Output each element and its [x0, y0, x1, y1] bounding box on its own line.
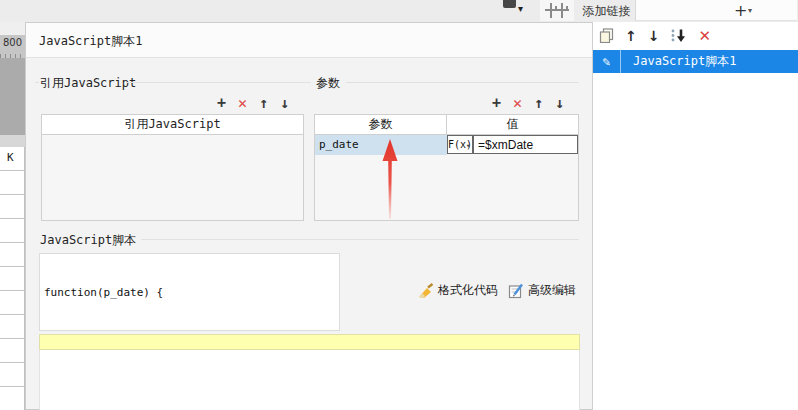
paint-dropdown-icon[interactable]: ▾: [518, 3, 523, 14]
script-group-label: JavaScript脚本: [40, 232, 136, 249]
ruler-label: 800: [3, 37, 22, 48]
horizontal-ruler: 800: [0, 35, 25, 58]
param-add-button[interactable]: +: [486, 93, 507, 113]
dialog-title: JavaScript脚本1: [39, 33, 142, 50]
param-group-label: 参数: [316, 75, 340, 92]
ref-js-group-label: 引用JavaScript: [40, 75, 136, 92]
param-toolbar: + ✕ ↑ ↓: [486, 93, 570, 113]
ref-add-button[interactable]: +: [211, 93, 232, 113]
tab-area-empty: + ▾: [635, 0, 797, 21]
advanced-edit-button[interactable]: 高级编辑: [508, 282, 576, 299]
param-value-input[interactable]: [473, 135, 578, 154]
add-tab-dropdown-icon[interactable]: ▾: [748, 6, 752, 15]
annotation-arrow-icon: [381, 139, 399, 221]
group-line: [346, 82, 579, 83]
designer-gap: [0, 22, 25, 35]
dialog-title-bar: JavaScript脚本1: [26, 23, 592, 58]
value-col-header: 值: [447, 115, 578, 134]
top-toolbar-strip: ▾ 添加链接 + ▾: [0, 0, 798, 23]
param-row[interactable]: p_date F(x)▾: [315, 135, 578, 155]
function-signature: function(p_date) {: [44, 286, 163, 299]
panel-move-up-button[interactable]: ↑: [625, 29, 637, 43]
cell-value: K: [7, 151, 14, 164]
formula-fx-button[interactable]: F(x)▾: [447, 135, 473, 154]
ruler-settings-icon[interactable]: [540, 0, 574, 21]
sort-icon[interactable]: [670, 28, 687, 43]
spreadsheet-cells[interactable]: K: [0, 147, 25, 410]
highlighted-code-line[interactable]: [39, 334, 580, 350]
panel-move-down-button[interactable]: ↓: [648, 29, 660, 43]
script-editor-area[interactable]: [39, 350, 580, 410]
ref-js-table[interactable]: 引用JavaScript: [41, 114, 304, 221]
brush-icon: [418, 283, 434, 299]
param-move-up-button[interactable]: ↑: [528, 93, 549, 113]
link-item-label: JavaScript脚本1: [621, 53, 736, 70]
fx-dropdown-icon: ▾: [466, 138, 470, 155]
param-col-header: 参数: [315, 115, 447, 134]
script-signature-box: function(p_date) {: [39, 253, 340, 331]
format-code-button[interactable]: 格式化代码: [418, 282, 498, 299]
group-line: [126, 82, 311, 83]
panel-toolbar: ↑ ↓ ✕: [593, 22, 798, 49]
param-delete-button[interactable]: ✕: [507, 93, 528, 113]
panel-delete-button[interactable]: ✕: [698, 29, 711, 43]
ref-js-toolbar: + ✕ ↑ ↓: [211, 93, 295, 113]
js-script-dialog: JavaScript脚本1 引用JavaScript + ✕ ↑ ↓ 引用Jav…: [25, 22, 592, 410]
param-move-down-button[interactable]: ↓: [549, 93, 570, 113]
paint-partial-icon[interactable]: [503, 0, 516, 8]
script-actions: 格式化代码 高级编辑: [418, 282, 576, 299]
ref-move-up-button[interactable]: ↑: [253, 93, 274, 113]
column-header-block: [0, 58, 25, 135]
app-root: ▾ 添加链接 + ▾ 800 K J: [0, 0, 798, 410]
pencil-icon: ✎: [593, 50, 620, 73]
ref-delete-button[interactable]: ✕: [232, 93, 253, 113]
edit-pad-icon: [508, 283, 524, 299]
ref-js-table-header: 引用JavaScript: [42, 115, 303, 135]
link-list-item-selected[interactable]: ✎ JavaScript脚本1: [593, 50, 798, 73]
param-table[interactable]: 参数 值 p_date F(x)▾: [314, 114, 579, 221]
group-line: [35, 82, 39, 83]
add-tab-button[interactable]: +: [734, 1, 747, 21]
tab-add-link[interactable]: 添加链接: [578, 0, 635, 22]
column-header-band: [0, 135, 25, 147]
group-line: [141, 239, 579, 240]
copy-icon[interactable]: [599, 28, 614, 43]
add-link-panel: ↑ ↓ ✕ ✎ JavaScript脚本1: [592, 22, 798, 410]
ref-move-down-button[interactable]: ↓: [274, 93, 295, 113]
